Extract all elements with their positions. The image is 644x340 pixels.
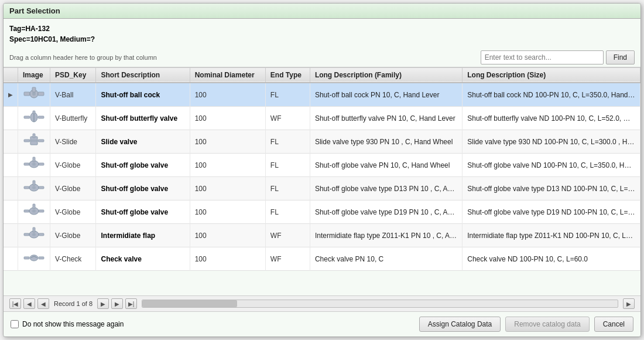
svg-rect-13 bbox=[33, 134, 35, 138]
svg-rect-36 bbox=[39, 257, 44, 259]
assign-catalog-button[interactable]: Assign Catalog Data bbox=[419, 317, 501, 332]
image-cell bbox=[18, 154, 50, 177]
svg-rect-14 bbox=[31, 140, 37, 142]
row-indicator bbox=[4, 154, 18, 177]
long-desc-family-cell: Check valve PN 10, C bbox=[310, 247, 462, 271]
image-cell bbox=[18, 224, 50, 247]
row-indicator bbox=[4, 107, 18, 130]
psd-key-cell: V-Check bbox=[50, 247, 96, 271]
table-row[interactable]: V-Slide Slide valve 100 FL Slide valve t… bbox=[4, 130, 640, 154]
search-input[interactable] bbox=[481, 50, 604, 64]
svg-rect-28 bbox=[33, 204, 35, 209]
pag-first-button[interactable]: |◀ bbox=[9, 298, 21, 309]
svg-rect-23 bbox=[33, 181, 35, 185]
table-header-row: Image PSD_Key Short Description Nominal … bbox=[4, 68, 640, 83]
button-group: Assign Catalog Data Remove catalog data … bbox=[419, 317, 633, 332]
table-row[interactable]: V-Check Check valve 100 WF Check valve P… bbox=[4, 247, 640, 271]
svg-point-29 bbox=[32, 210, 36, 213]
short-desc-cell: Shut-off ball cock bbox=[96, 83, 190, 107]
end-type-cell: WF bbox=[265, 224, 310, 247]
search-area: Find bbox=[481, 50, 635, 64]
col-nominal-diameter[interactable]: Nominal Diameter bbox=[190, 68, 265, 83]
pag-prev2-button[interactable]: ◀ bbox=[37, 298, 49, 309]
do-not-show-checkbox[interactable] bbox=[11, 320, 19, 328]
long-desc-size-cell: Slide valve type 930 ND 100-PN 10, C, L=… bbox=[463, 130, 640, 154]
nominal-cell: 100 bbox=[190, 177, 265, 200]
long-desc-family-cell: Shut-off globe valve PN 10, C, Hand Whee… bbox=[310, 154, 462, 177]
image-cell bbox=[18, 200, 50, 224]
long-desc-size-cell: Check valve ND 100-PN 10, C, L=60.0 bbox=[463, 247, 640, 271]
pag-prev-button[interactable]: ◀ bbox=[23, 298, 35, 309]
remove-catalog-button[interactable]: Remove catalog data bbox=[505, 317, 589, 332]
psd-key-cell: V-Butterfly bbox=[50, 107, 96, 130]
end-type-cell: WF bbox=[265, 107, 310, 130]
svg-rect-9 bbox=[33, 111, 35, 114]
find-button[interactable]: Find bbox=[606, 50, 635, 64]
pag-last-button[interactable]: ▶| bbox=[125, 298, 137, 309]
end-type-cell: FL bbox=[265, 154, 310, 177]
nominal-cell: 100 bbox=[190, 107, 265, 130]
scroll-right-arrow[interactable]: ▶ bbox=[623, 298, 635, 309]
svg-rect-12 bbox=[38, 140, 44, 142]
nominal-cell: 100 bbox=[190, 200, 265, 224]
short-desc-cell: Slide valve bbox=[96, 130, 190, 154]
image-cell bbox=[18, 130, 50, 154]
horizontal-scrollbar[interactable] bbox=[142, 300, 618, 308]
svg-point-19 bbox=[32, 163, 36, 166]
parts-table: Image PSD_Key Short Description Nominal … bbox=[4, 68, 640, 271]
short-desc-cell: Shut-off globe valve bbox=[96, 177, 190, 200]
long-desc-size-cell: Shut-off globe valve type D13 ND 100-PN … bbox=[463, 177, 640, 200]
col-image[interactable]: Image bbox=[18, 68, 50, 83]
scrollbar-thumb bbox=[142, 300, 237, 307]
row-indicator bbox=[4, 200, 18, 224]
col-long-desc-size[interactable]: Long Description (Size) bbox=[463, 68, 640, 83]
psd-key-cell: V-Globe bbox=[50, 177, 96, 200]
col-short-desc[interactable]: Short Description bbox=[96, 68, 190, 83]
svg-rect-21 bbox=[39, 186, 44, 189]
do-not-show-label: Do not show this message again bbox=[22, 320, 124, 328]
short-desc-cell: Shut-off butterfly valve bbox=[96, 107, 190, 130]
nominal-cell: 100 bbox=[190, 154, 265, 177]
svg-rect-31 bbox=[39, 233, 44, 236]
end-type-cell: FL bbox=[265, 83, 310, 107]
row-indicator bbox=[4, 130, 18, 154]
svg-rect-10 bbox=[24, 140, 30, 142]
svg-point-34 bbox=[32, 233, 36, 236]
long-desc-family-cell: Shut-off globe valve type D13 PN 10 , C,… bbox=[310, 177, 462, 200]
spec-label: Spec=10HC01, Medium=? bbox=[9, 34, 635, 45]
long-desc-size-cell: Shut-off globe valve ND 100-PN 10, C, L=… bbox=[463, 154, 640, 177]
nominal-cell: 100 bbox=[190, 247, 265, 271]
toolbar-row: Drag a column header here to group by th… bbox=[4, 48, 640, 67]
svg-rect-18 bbox=[33, 157, 35, 162]
table-row[interactable]: ▶ V-Ball Shut-off ball cock 100 FL Shut-… bbox=[4, 83, 640, 107]
svg-rect-0 bbox=[24, 92, 30, 96]
long-desc-family-cell: Shut-off butterfly valve PN 10, C, Hand … bbox=[310, 107, 462, 130]
col-end-type[interactable]: End Type bbox=[265, 68, 310, 83]
table-container: Image PSD_Key Short Description Nominal … bbox=[4, 67, 640, 295]
short-desc-cell: Check valve bbox=[96, 247, 190, 271]
end-type-cell: FL bbox=[265, 200, 310, 224]
table-row[interactable]: V-Globe Shut-off globe valve 100 FL Shut… bbox=[4, 200, 640, 224]
row-indicator: ▶ bbox=[4, 83, 18, 107]
image-cell bbox=[18, 177, 50, 200]
table-row[interactable]: V-Globe Shut-off globe valve 100 FL Shut… bbox=[4, 154, 640, 177]
col-psd-key[interactable]: PSD_Key bbox=[50, 68, 96, 83]
long-desc-family-cell: Shut-off globe valve type D19 PN 10 , C,… bbox=[310, 200, 462, 224]
table-row[interactable]: V-Globe Intermidiate flap 100 WF Intermi… bbox=[4, 224, 640, 247]
table-row[interactable]: V-Butterfly Shut-off butterfly valve 100… bbox=[4, 107, 640, 130]
svg-rect-2 bbox=[38, 92, 44, 96]
pag-next-button[interactable]: ▶ bbox=[97, 298, 109, 309]
dialog-title: Part Selection bbox=[4, 4, 640, 19]
long-desc-size-cell: Shut-off ball cock ND 100-PN 10, C, L=35… bbox=[463, 83, 640, 107]
svg-rect-16 bbox=[39, 163, 44, 165]
psd-key-cell: V-Ball bbox=[50, 83, 96, 107]
short-desc-cell: Shut-off globe valve bbox=[96, 154, 190, 177]
table-row[interactable]: V-Globe Shut-off globe valve 100 FL Shut… bbox=[4, 177, 640, 200]
end-type-cell: WF bbox=[265, 247, 310, 271]
checkbox-area: Do not show this message again bbox=[11, 320, 124, 328]
cancel-button[interactable]: Cancel bbox=[594, 317, 633, 332]
pag-next2-button[interactable]: ▶ bbox=[111, 298, 123, 309]
psd-key-cell: V-Slide bbox=[50, 130, 96, 154]
col-long-desc-family[interactable]: Long Description (Family) bbox=[310, 68, 462, 83]
row-indicator bbox=[4, 177, 18, 200]
